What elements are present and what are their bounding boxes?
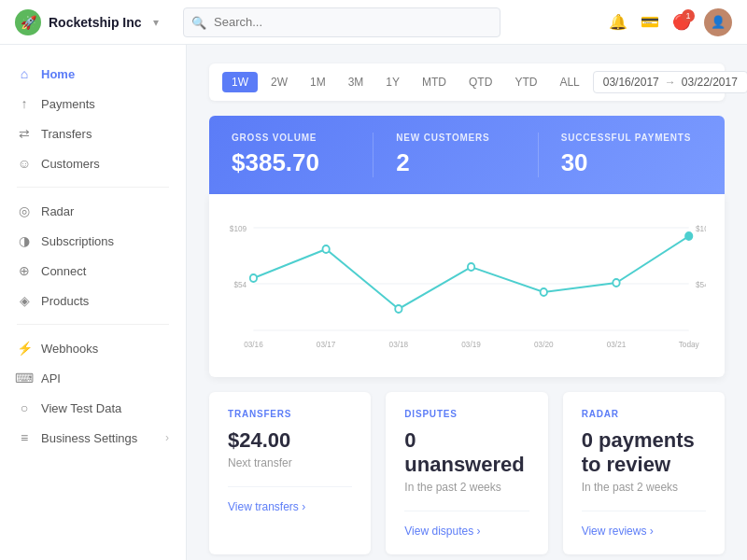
customers-icon: ☺ <box>17 156 32 171</box>
svg-text:03/17: 03/17 <box>317 340 336 349</box>
tab-1y[interactable]: 1Y <box>376 72 409 92</box>
sidebar-item-transfers[interactable]: ⇄ Transfers <box>0 119 186 147</box>
sidebar-item-biz-settings[interactable]: ≡ Business Settings › <box>0 424 186 452</box>
tab-1m[interactable]: 1M <box>301 72 335 92</box>
card-disputes-title: DISPUTES <box>404 409 529 419</box>
sidebar-item-home[interactable]: ⌂ Home <box>0 60 186 88</box>
sidebar-label-api: API <box>41 371 61 385</box>
search-input[interactable] <box>183 7 500 37</box>
view-disputes-link[interactable]: View disputes › <box>404 525 529 538</box>
subscriptions-icon: ◑ <box>17 233 32 248</box>
sidebar-label-radar: Radar <box>41 204 74 218</box>
card-transfers-divider <box>228 486 352 487</box>
tab-qtd[interactable]: QTD <box>459 72 501 92</box>
sidebar-item-customers[interactable]: ☺ Customers <box>0 149 186 177</box>
stat-gross-volume-value: $385.70 <box>232 148 373 177</box>
brand-logo: 🚀 <box>15 9 41 35</box>
tab-ytd[interactable]: YTD <box>505 72 546 92</box>
svg-text:03/19: 03/19 <box>461 340 481 349</box>
svg-text:$109: $109 <box>230 224 247 233</box>
sidebar-item-payments[interactable]: ↑ Payments <box>0 90 186 118</box>
sidebar-label-products: Products <box>41 294 89 308</box>
tab-mtd[interactable]: MTD <box>413 72 456 92</box>
sidebar-item-test-data[interactable]: ○ View Test Data <box>0 394 186 422</box>
sidebar-label-webhooks: Webhooks <box>41 342 98 356</box>
sidebar-label-connect: Connect <box>41 264 86 278</box>
sidebar-label-payments: Payments <box>41 97 95 111</box>
stat-gross-volume: GROSS VOLUME $385.70 <box>232 133 373 177</box>
stat-gross-volume-label: GROSS VOLUME <box>232 133 373 143</box>
webhooks-icon: ⚡ <box>17 341 32 356</box>
sidebar-item-api[interactable]: ⌨ API <box>0 364 186 392</box>
svg-point-12 <box>613 279 619 287</box>
sidebar-item-radar[interactable]: ◎ Radar <box>0 197 186 225</box>
header-actions: 🔔 💳 🔴 1 👤 <box>609 8 732 36</box>
sidebar-item-webhooks[interactable]: ⚡ Webhooks <box>0 334 186 362</box>
svg-text:Today: Today <box>679 340 700 349</box>
svg-point-13 <box>685 232 692 240</box>
sidebar-item-subscriptions[interactable]: ◑ Subscriptions <box>0 227 186 255</box>
avatar[interactable]: 👤 <box>704 8 732 36</box>
connect-icon: ⊕ <box>17 263 32 278</box>
tab-3m[interactable]: 3M <box>339 72 374 92</box>
card-transfers: TRANSFERS $24.00 Next transfer View tran… <box>209 392 371 554</box>
svg-text:$54: $54 <box>696 280 706 289</box>
svg-point-11 <box>541 288 547 296</box>
bell-icon[interactable]: 🔔 <box>609 13 627 31</box>
sidebar-label-subscriptions: Subscriptions <box>41 234 114 248</box>
bottom-cards: TRANSFERS $24.00 Next transfer View tran… <box>209 392 725 554</box>
biz-settings-icon: ≡ <box>17 430 32 445</box>
sidebar-label-test-data: View Test Data <box>41 401 121 415</box>
notification-icon[interactable]: 🔴 1 <box>672 13 691 31</box>
top-header: 🚀 Rocketship Inc ▾ 🔍 🔔 💳 🔴 1 👤 <box>0 0 747 45</box>
sidebar-item-connect[interactable]: ⊕ Connect <box>0 257 186 285</box>
card-transfers-sub: Next transfer <box>228 456 352 469</box>
tab-1w[interactable]: 1W <box>222 72 258 92</box>
stat-new-customers-value: 2 <box>396 148 537 177</box>
sidebar-label-transfers: Transfers <box>41 127 92 141</box>
tab-all[interactable]: ALL <box>550 72 588 92</box>
card-transfers-title: TRANSFERS <box>228 409 352 419</box>
svg-point-8 <box>322 245 329 253</box>
svg-point-10 <box>468 263 474 271</box>
card-radar-divider <box>582 511 706 511</box>
view-reviews-link[interactable]: View reviews › <box>582 525 706 538</box>
date-arrow-icon: → <box>665 76 676 89</box>
card-icon[interactable]: 💳 <box>641 13 659 31</box>
svg-text:03/20: 03/20 <box>534 340 554 349</box>
card-transfers-value: $24.00 <box>228 428 352 453</box>
stat-successful-payments: SUCCESSFUL PAYMENTS 30 <box>538 133 702 177</box>
sidebar-divider-2 <box>17 324 169 325</box>
view-transfers-link[interactable]: View transfers › <box>228 500 352 513</box>
api-icon: ⌨ <box>17 371 32 385</box>
card-disputes: DISPUTES 0 unanswered In the past 2 week… <box>386 392 547 554</box>
tab-2w[interactable]: 2W <box>261 72 297 92</box>
svg-text:03/18: 03/18 <box>389 340 409 349</box>
date-from: 03/16/2017 <box>603 76 659 89</box>
payments-icon: ↑ <box>17 96 32 111</box>
time-tabs-bar: 1W 2W 1M 3M 1Y MTD QTD YTD ALL 03/16/201… <box>209 63 725 101</box>
chart-area: $109 $54 $109 $54 <box>209 194 725 377</box>
chart-svg-wrap: $109 $54 $109 $54 <box>228 209 706 362</box>
card-disputes-sub: In the past 2 weeks <box>404 481 529 494</box>
search-icon: 🔍 <box>191 15 206 29</box>
radar-icon: ◎ <box>17 203 32 218</box>
date-range-picker[interactable]: 03/16/2017 → 03/22/2017 <box>593 71 747 93</box>
card-radar-sub: In the past 2 weeks <box>582 481 706 494</box>
layout: ⌂ Home ↑ Payments ⇄ Transfers ☺ Customer… <box>0 45 747 560</box>
notif-badge: 1 <box>682 9 695 22</box>
card-radar-title: RADAR <box>582 409 706 419</box>
stats-chart-card: GROSS VOLUME $385.70 NEW CUSTOMERS 2 SUC… <box>209 116 725 377</box>
brand-name: Rocketship Inc <box>49 15 142 30</box>
search-bar: 🔍 <box>183 7 500 37</box>
svg-text:03/16: 03/16 <box>244 340 263 349</box>
chart-svg: $109 $54 $109 $54 <box>228 209 706 358</box>
main-content: 1W 2W 1M 3M 1Y MTD QTD YTD ALL 03/16/201… <box>187 45 747 560</box>
svg-text:$109: $109 <box>696 224 706 233</box>
card-disputes-value: 0 unanswered <box>404 428 529 477</box>
brand[interactable]: 🚀 Rocketship Inc ▾ <box>15 9 183 35</box>
sidebar-label-customers: Customers <box>41 157 100 171</box>
svg-text:$54: $54 <box>233 280 247 289</box>
stat-successful-payments-label: SUCCESSFUL PAYMENTS <box>561 133 702 143</box>
sidebar-item-products[interactable]: ◈ Products <box>0 287 186 315</box>
